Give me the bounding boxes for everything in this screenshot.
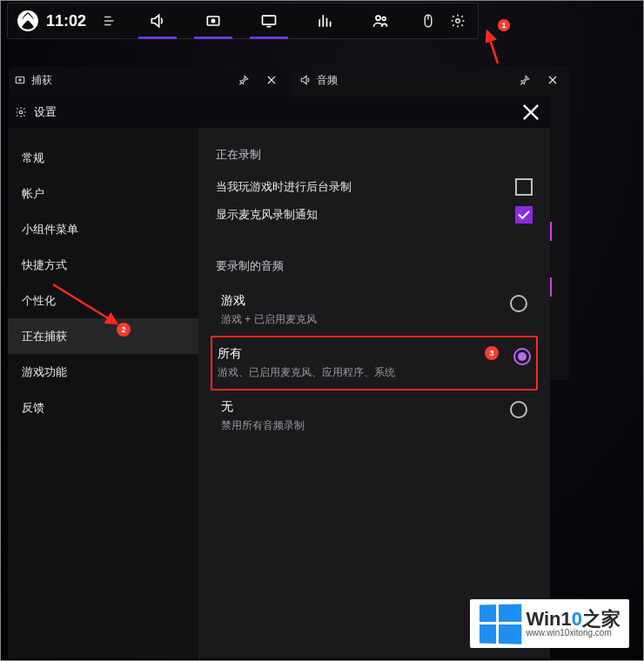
radio-sub-all: 游戏、已启用麦克风、应用程序、系统 <box>218 365 513 380</box>
tab-resources[interactable] <box>297 3 352 39</box>
close-button[interactable] <box>519 100 543 124</box>
radio-button-game[interactable] <box>510 295 527 312</box>
radio-row-all[interactable]: 所有 游戏、已启用麦克风、应用程序、系统 <box>212 337 536 389</box>
annotation-1: 1 <box>498 19 510 31</box>
game-bar-topbar: 11:02 <box>7 3 479 39</box>
windows-logo-icon <box>480 604 520 643</box>
settings-sidebar: 常规 帐户 小组件菜单 快捷方式 个性化 正在捕获 游戏功能 反馈 <box>8 128 198 658</box>
tab-social[interactable] <box>352 3 408 39</box>
radio-row-game[interactable]: 游戏 游戏 + 已启用麦克风 <box>216 284 533 336</box>
close-button[interactable] <box>541 69 564 91</box>
watermark-title: Win10之家 <box>526 609 621 629</box>
radio-sub-none: 禁用所有音频录制 <box>221 418 510 433</box>
speaker-icon <box>299 74 312 86</box>
settings-panel: 设置 常规 帐户 小组件菜单 快捷方式 个性化 正在捕获 游戏功能 反馈 正在录… <box>8 97 550 658</box>
svg-point-7 <box>456 19 460 23</box>
radio-button-none[interactable] <box>510 401 527 418</box>
clock: 11:02 <box>46 12 86 30</box>
svg-line-8 <box>487 31 498 63</box>
mouse-icon[interactable] <box>414 7 442 35</box>
capture-widget-title: 捕获 <box>31 73 227 88</box>
radio-sub-game: 游戏 + 已启用麦克风 <box>221 312 510 327</box>
svg-rect-3 <box>263 16 276 24</box>
sidebar-item-account[interactable]: 帐户 <box>8 176 198 211</box>
settings-gear-icon[interactable] <box>444 7 472 35</box>
svg-point-4 <box>376 16 380 20</box>
radio-row-none[interactable]: 无 禁用所有音频录制 <box>216 391 533 442</box>
label-background-record: 当我玩游戏时进行后台录制 <box>216 179 352 195</box>
svg-point-5 <box>382 17 386 21</box>
tab-capture[interactable] <box>185 3 241 39</box>
tab-audio[interactable] <box>130 3 185 39</box>
radio-button-all[interactable] <box>513 348 531 365</box>
svg-point-2 <box>211 19 214 22</box>
pin-button[interactable] <box>513 69 536 91</box>
capture-widget: 捕获 <box>9 67 288 97</box>
sidebar-item-general[interactable]: 常规 <box>8 140 198 176</box>
sidebar-item-widgets[interactable]: 小组件菜单 <box>8 211 198 247</box>
settings-header: 设置 <box>8 97 550 128</box>
watermark-url: www.win10xitong.com <box>526 629 621 638</box>
annotation-3: 3 <box>485 346 499 360</box>
tab-performance[interactable] <box>241 3 297 39</box>
checkbox-mic-notification[interactable] <box>515 206 533 224</box>
close-button[interactable] <box>260 69 283 91</box>
annotation-2: 2 <box>117 323 131 337</box>
svg-point-11 <box>19 110 23 114</box>
label-mic-notification: 显示麦克风录制通知 <box>216 207 318 223</box>
gear-icon <box>15 106 27 118</box>
pin-button[interactable] <box>232 69 255 91</box>
xbox-icon[interactable] <box>17 10 39 32</box>
radio-title-all: 所有 <box>218 346 513 362</box>
row-mic-notification[interactable]: 显示麦克风录制通知 <box>216 201 533 229</box>
radio-title-none: 无 <box>221 399 510 415</box>
svg-rect-9 <box>16 77 23 83</box>
settings-title: 设置 <box>34 104 512 120</box>
sidebar-item-capturing[interactable]: 正在捕获 <box>8 318 198 354</box>
sidebar-item-gaming[interactable]: 游戏功能 <box>8 354 198 390</box>
capture-icon <box>14 74 26 86</box>
section-recording-title: 正在录制 <box>216 147 533 163</box>
sidebar-item-feedback[interactable]: 反馈 <box>8 390 198 425</box>
svg-point-10 <box>19 79 21 81</box>
section-audio-title: 要录制的音频 <box>216 258 533 274</box>
audio-widget-title: 音频 <box>317 73 508 88</box>
watermark: Win10之家 www.win10xitong.com <box>470 599 629 648</box>
settings-content: 正在录制 当我玩游戏时进行后台录制 显示麦克风录制通知 要录制的音频 游戏 游戏… <box>198 128 550 658</box>
sidebar-item-shortcuts[interactable]: 快捷方式 <box>8 247 198 283</box>
radio-title-game: 游戏 <box>221 293 510 309</box>
row-background-record[interactable]: 当我玩游戏时进行后台录制 <box>216 173 533 201</box>
sidebar-item-personalize[interactable]: 个性化 <box>8 283 198 318</box>
checkbox-background-record[interactable] <box>515 178 533 196</box>
arrow-to-gear <box>486 29 512 65</box>
menu-lines-icon[interactable] <box>96 7 124 35</box>
